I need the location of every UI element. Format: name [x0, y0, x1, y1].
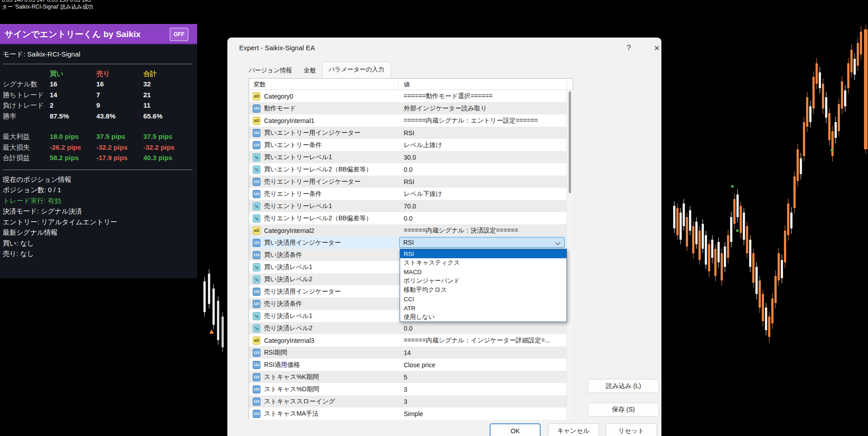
parameter-value-cell[interactable]: 30.0	[398, 151, 566, 163]
parameter-name-cell: 123ストキャス%D期間	[249, 383, 398, 395]
parameter-value-cell[interactable]: ======内蔵シグナル：決済設定======	[398, 224, 566, 237]
parameter-value-cell[interactable]: レベル上抜け	[398, 139, 566, 151]
parameter-row[interactable]: ½売りエントリーレベル170.0	[249, 200, 566, 212]
dropdown-option[interactable]: ボリンジャーバンド	[400, 276, 566, 285]
dropdown-option[interactable]: ATR	[400, 303, 566, 313]
pips-row: 最大利益18.0 pips37.5 pips37.5 pips	[3, 131, 193, 142]
candlestick	[822, 78, 824, 114]
candlestick	[702, 219, 704, 253]
candlestick	[727, 230, 729, 263]
parameter-row[interactable]: 123ストキャススローイング3	[249, 395, 566, 408]
parameter-name-cell: 123ストキャススローイング	[249, 395, 398, 408]
parameter-value-cell[interactable]: 外部インジケーター読み取り	[398, 102, 566, 114]
dropdown-option[interactable]: CCI	[400, 294, 566, 303]
parameter-row[interactable]: ½売り決済レベル20.0	[249, 322, 566, 334]
parameter-name: 売りエントリーレベル2（BB偏差等）	[264, 214, 372, 223]
parameter-value-cell[interactable]: RSI	[398, 175, 566, 188]
parameter-row[interactable]: 123ストキャスMA手法Simple	[249, 408, 566, 420]
stat-row: 勝ちトレード14721	[3, 90, 193, 100]
parameter-value-cell[interactable]: 0.0	[398, 212, 566, 224]
parameter-row[interactable]: 123買い決済用インジケーターRSI	[249, 237, 566, 249]
integer-type-icon: 123	[253, 373, 260, 381]
parameter-name: 売り決済レベル1	[264, 312, 312, 320]
parameter-value-cell[interactable]: Close price	[398, 359, 566, 371]
candlestick	[695, 217, 698, 249]
parameter-name: 動作モード	[264, 104, 296, 113]
parameter-row[interactable]: ½売りエントリーレベル2（BB偏差等）0.0	[249, 212, 566, 224]
dialog-titlebar[interactable]: Expert - Saikix-Signal EA ? ×	[227, 38, 661, 60]
integer-type-icon: 123	[253, 300, 260, 308]
tab-common[interactable]: 全般	[298, 63, 322, 78]
candlestick	[784, 225, 786, 268]
close-icon[interactable]: ×	[650, 41, 661, 55]
dropdown-option[interactable]: RSI	[400, 249, 566, 258]
parameter-row[interactable]: ½買いエントリーレベル130.0	[249, 151, 566, 163]
parameter-row[interactable]: abCategory0======動作モード選択======	[249, 90, 566, 102]
parameter-value-cell[interactable]: 3	[398, 395, 566, 408]
load-button[interactable]: 読み込み (L)	[588, 379, 659, 393]
dropdown-option[interactable]: MACD	[400, 267, 566, 276]
candlestick	[774, 270, 777, 308]
parameter-name-cell: abCategory0	[249, 90, 398, 102]
parameter-row[interactable]: abCategoryInternal2======内蔵シグナル：決済設定====…	[249, 224, 566, 237]
parameter-value: 3	[404, 386, 407, 393]
parameter-row[interactable]: 123買いエントリー条件レベル上抜け	[249, 139, 566, 151]
parameter-row[interactable]: abCategoryInternal1======内蔵シグナル：エントリー設定=…	[249, 114, 566, 127]
parameter-row[interactable]: 123RSI適用価格Close price	[249, 359, 566, 371]
dropdown-option[interactable]: 使用しない	[400, 313, 566, 322]
candlestick	[222, 312, 224, 352]
parameter-value-cell[interactable]: 70.0	[398, 200, 566, 212]
stat-label: 勝ちトレード	[3, 90, 50, 100]
position-line: ポジション数: 0 / 1	[3, 185, 193, 195]
help-icon[interactable]: ?	[622, 41, 636, 55]
dropdown-option[interactable]: ストキャスティクス	[400, 258, 566, 267]
stat-value: 87.5%	[50, 111, 96, 122]
candlestick	[711, 235, 713, 263]
dropdown-option[interactable]: 移動平均クロス	[400, 285, 566, 294]
parameter-value-cell[interactable]: 5	[398, 371, 566, 383]
tab-parameters[interactable]: パラメーターの入力	[322, 62, 391, 78]
parameter-value-cell[interactable]: 0.0	[398, 163, 566, 175]
parameter-row[interactable]: abCategoryInternal3======内蔵シグナル：インジケーター詳…	[249, 334, 566, 346]
parameter-row[interactable]: 123RSI期間14	[249, 346, 566, 359]
parameter-value-cell[interactable]: ======内蔵シグナル：エントリー設定======	[398, 114, 566, 127]
stat-value: -17.9 pips	[96, 152, 143, 163]
cancel-button[interactable]: キャンセル	[548, 423, 599, 436]
parameter-row[interactable]: 123売りエントリー用インジケーターRSI	[249, 175, 566, 188]
candlestick	[864, 25, 868, 154]
integer-type-icon: 123	[253, 410, 260, 418]
parameter-value-cell[interactable]: 0.0	[398, 322, 566, 334]
parameter-row[interactable]: 123売りエントリー条件レベル下抜け	[249, 188, 566, 200]
parameter-value-cell[interactable]: Simple	[398, 408, 566, 420]
column-header-variable: 変数	[254, 81, 266, 89]
parameter-row[interactable]: 123買いエントリー用インジケーターRSI	[249, 127, 566, 139]
parameter-value-cell[interactable]: レベル下抜け	[398, 188, 566, 200]
parameter-row[interactable]: 123ストキャス%D期間3	[249, 383, 566, 395]
tab-version[interactable]: バージョン情報	[243, 63, 298, 78]
indicator-combobox[interactable]: RSI	[399, 237, 565, 248]
save-button[interactable]: 保存 (S)	[588, 403, 659, 417]
stat-label: 最大利益	[3, 131, 50, 142]
parameter-value-cell[interactable]: 3	[398, 383, 566, 395]
parameter-row[interactable]: ½買いエントリーレベル2（BB偏差等）0.0	[249, 163, 566, 175]
parameter-row[interactable]: 123ストキャス%K期間5	[249, 371, 566, 383]
parameter-row[interactable]: 123動作モード外部インジケーター読み取り	[249, 102, 566, 114]
off-toggle-button[interactable]: OFF	[170, 28, 189, 41]
parameter-value-cell[interactable]: RSI	[398, 127, 566, 139]
stat-value: 21	[143, 90, 193, 100]
parameter-value-cell[interactable]: RSI	[398, 237, 566, 249]
ok-button[interactable]: OK	[490, 423, 541, 436]
parameter-value-cell[interactable]: ======内蔵シグナル：インジケーター詳細設定=...	[398, 334, 566, 346]
candlestick	[679, 208, 682, 244]
parameter-value-cell[interactable]: ======動作モード選択======	[398, 90, 566, 102]
vertical-scrollbar[interactable]	[567, 90, 573, 419]
parameter-name: 売り決済条件	[264, 300, 302, 308]
candlestick	[850, 44, 853, 78]
scrollbar-thumb[interactable]	[569, 91, 571, 193]
stat-value: -32.2 pips	[143, 142, 193, 153]
reset-button[interactable]: リセット	[606, 423, 657, 436]
parameter-value-cell[interactable]: 14	[398, 346, 566, 359]
stats-column-headers: 買い売り合計	[3, 68, 193, 79]
parameter-value: Close price	[404, 361, 435, 369]
candlestick	[800, 153, 802, 180]
